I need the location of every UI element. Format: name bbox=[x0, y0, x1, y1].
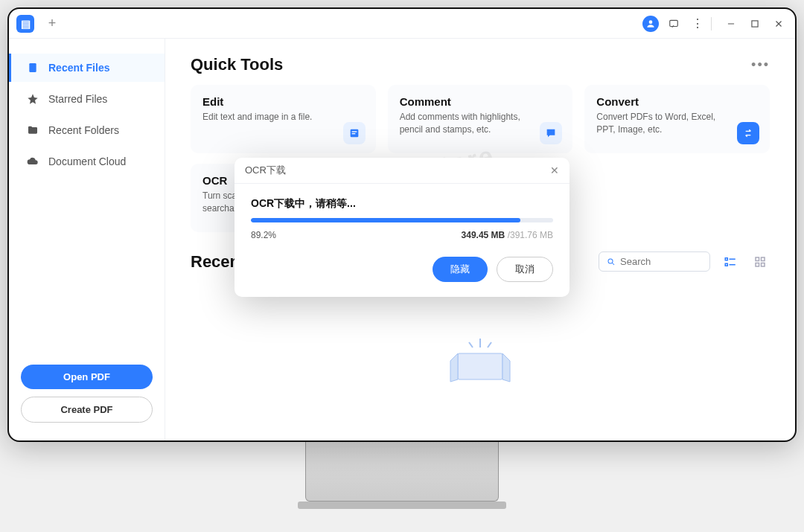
svg-point-0 bbox=[649, 20, 653, 24]
sidebar-item-label: Document Cloud bbox=[48, 156, 126, 167]
dialog-close-icon[interactable]: ✕ bbox=[550, 164, 559, 176]
cancel-button[interactable]: 取消 bbox=[497, 257, 553, 282]
list-view-icon[interactable] bbox=[721, 252, 740, 272]
dialog-title: OCR下载 bbox=[245, 164, 286, 177]
sidebar-item-label: Starred Files bbox=[48, 93, 107, 105]
comment-icon bbox=[540, 122, 562, 144]
titlebar: ▤ + ⋮ bbox=[9, 9, 795, 39]
card-desc: Convert PDFs to Word, Excel, PPT, Image,… bbox=[596, 111, 723, 136]
card-desc: Add comments with highlights, pencil and… bbox=[400, 111, 526, 136]
sidebar-item-starred-files[interactable]: Starred Files bbox=[9, 85, 165, 113]
dialog-message: OCR下载中，请稍等... bbox=[251, 197, 553, 211]
svg-rect-17 bbox=[762, 257, 765, 261]
folder-icon bbox=[26, 124, 39, 137]
progress-bar bbox=[251, 218, 553, 222]
svg-rect-3 bbox=[752, 20, 758, 26]
new-tab-button[interactable]: + bbox=[43, 15, 61, 33]
svg-rect-18 bbox=[756, 263, 759, 266]
ocr-download-dialog: OCR下载 ✕ OCR下载中，请稍等... 89.2% 349.45 MB /3… bbox=[234, 158, 570, 297]
account-icon[interactable] bbox=[642, 16, 659, 32]
cloud-icon bbox=[26, 155, 39, 168]
sidebar-item-recent-folders[interactable]: Recent Folders bbox=[9, 116, 165, 144]
search-input[interactable] bbox=[620, 256, 702, 267]
file-icon bbox=[26, 61, 39, 74]
svg-rect-20 bbox=[458, 353, 502, 379]
sidebar-item-document-cloud[interactable]: Document Cloud bbox=[9, 147, 165, 176]
quick-tools-heading: Quick Tools bbox=[191, 55, 283, 74]
card-title: Comment bbox=[400, 95, 561, 108]
minimize-button[interactable] bbox=[722, 15, 740, 33]
svg-rect-8 bbox=[351, 131, 357, 132]
progress-size: 349.45 MB /391.76 MB bbox=[462, 230, 553, 240]
quick-tool-edit[interactable]: Edit Edit text and image in a file. bbox=[191, 85, 376, 153]
app-logo-icon: ▤ bbox=[16, 15, 34, 33]
svg-line-22 bbox=[469, 342, 473, 347]
search-icon bbox=[607, 257, 616, 267]
quick-tool-comment[interactable]: Comment Add comments with highlights, pe… bbox=[388, 85, 573, 153]
svg-rect-16 bbox=[756, 257, 759, 261]
svg-rect-13 bbox=[725, 263, 727, 266]
progress-percent: 89.2% bbox=[251, 230, 276, 240]
sidebar-item-label: Recent Files bbox=[48, 62, 109, 74]
maximize-button[interactable] bbox=[746, 15, 764, 33]
hide-button[interactable]: 隐藏 bbox=[433, 257, 488, 282]
svg-line-11 bbox=[613, 263, 615, 265]
card-desc: Edit text and image in a file. bbox=[202, 111, 329, 124]
open-pdf-button[interactable]: Open PDF bbox=[21, 365, 153, 389]
create-pdf-button[interactable]: Create PDF bbox=[21, 397, 153, 423]
search-box[interactable] bbox=[599, 251, 710, 272]
grid-view-icon[interactable] bbox=[750, 252, 770, 272]
star-icon bbox=[26, 92, 39, 106]
quick-tool-convert[interactable]: Convert Convert PDFs to Word, Excel, PPT… bbox=[584, 85, 770, 153]
sidebar-item-recent-files[interactable]: Recent Files bbox=[9, 54, 165, 82]
convert-icon bbox=[737, 122, 759, 144]
feedback-icon[interactable] bbox=[665, 15, 683, 33]
svg-point-10 bbox=[608, 258, 613, 263]
svg-rect-9 bbox=[351, 133, 355, 134]
svg-rect-1 bbox=[670, 20, 678, 26]
more-menu-icon[interactable]: ⋮ bbox=[689, 15, 706, 33]
close-window-button[interactable] bbox=[770, 15, 788, 33]
svg-rect-19 bbox=[762, 263, 765, 266]
quick-tools-more-icon[interactable]: ••• bbox=[751, 57, 770, 73]
sidebar: Recent Files Starred Files Recent Folder… bbox=[9, 39, 165, 440]
svg-rect-12 bbox=[725, 257, 727, 260]
svg-rect-6 bbox=[29, 63, 36, 72]
card-title: Edit bbox=[202, 95, 364, 108]
card-title: Convert bbox=[596, 95, 758, 108]
empty-state-illustration bbox=[191, 324, 770, 391]
sidebar-item-label: Recent Folders bbox=[48, 124, 119, 136]
edit-icon bbox=[343, 122, 366, 144]
svg-line-23 bbox=[488, 342, 491, 347]
